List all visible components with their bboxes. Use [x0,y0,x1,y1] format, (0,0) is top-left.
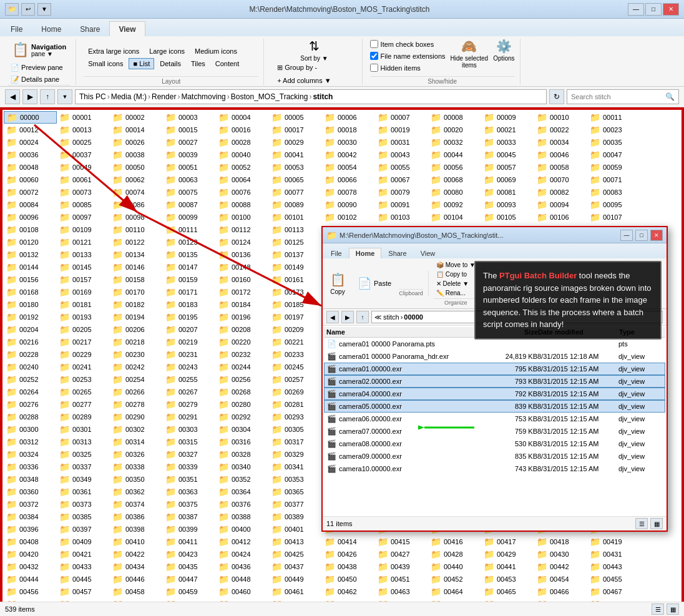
folder-item[interactable]: 📁00019 [375,124,428,136]
folder-item[interactable]: 📁00385 [57,511,110,523]
folder-item[interactable]: 📁00291 [163,411,216,423]
folder-item[interactable]: 📁00107 [587,211,640,223]
folder-item[interactable]: 📁00069 [481,174,534,186]
folder-item[interactable]: 📁00422 [110,548,163,560]
folder-item[interactable]: 📁00089 [269,198,322,211]
inner-file-row[interactable]: 🎬 camera07.00000.exr 759 KB 8/31/2015 12… [324,425,665,438]
inner-details-view-btn[interactable]: ▦ [650,518,663,529]
folder-item[interactable]: 📁00081 [481,186,534,198]
folder-item[interactable]: 📁00268 [216,386,269,398]
folder-item[interactable]: 📁00045 [481,149,534,161]
inner-file-row[interactable]: 🎬 camera02.00000.exr 793 KB 8/31/2015 12… [324,375,665,388]
qat-back-btn[interactable]: ↩ [21,3,35,16]
up-btn[interactable]: ↑ [40,89,55,104]
folder-item[interactable]: 📁00362 [110,486,163,498]
breadcrumb[interactable]: This PC › Media (M:) › Render › Matchmov… [75,89,547,104]
folder-item[interactable]: 📁00360 [4,486,57,498]
folder-item[interactable]: 📁00059 [587,161,640,174]
folder-item[interactable]: 📁00005 [269,111,322,124]
folder-item[interactable]: 📁00432 [4,560,57,573]
folder-item[interactable]: 📁00123 [163,236,216,248]
inner-minimize-btn[interactable]: — [620,230,633,241]
folder-item[interactable]: 📁00373 [57,498,110,511]
folder-item[interactable]: 📁00007 [375,111,428,124]
folder-item[interactable]: 📁00440 [428,560,481,573]
folder-item[interactable]: 📁00374 [110,498,163,511]
folder-item[interactable]: 📁00414 [322,535,375,548]
folder-item[interactable]: 📁00040 [216,149,269,161]
folder-item[interactable]: 📁00046 [534,149,587,161]
folder-item[interactable]: 📁00386 [110,511,163,523]
folder-item[interactable]: 📁00080 [428,186,481,198]
folder-item[interactable]: 📁00363 [163,486,216,498]
folder-item[interactable]: 📁00264 [4,386,57,398]
folder-item[interactable]: 📁00216 [4,336,57,348]
folder-item[interactable]: 📁00314 [110,436,163,448]
folder-item[interactable]: 📁00401 [269,523,322,535]
folder-item[interactable]: 📁00058 [534,161,587,174]
folder-item[interactable]: 📁00029 [269,136,322,149]
folder-item[interactable]: 📁00135 [163,248,216,261]
folder-item[interactable]: 📁00050 [110,161,163,174]
folder-item[interactable]: 📁00122 [110,236,163,248]
folder-item[interactable]: 📁00157 [57,273,110,286]
inner-tab-share[interactable]: Share [381,248,413,258]
folder-item[interactable]: 📁00076 [216,186,269,198]
folder-item[interactable]: 📁00221 [269,336,322,348]
folder-item[interactable]: 📁00351 [163,473,216,486]
item-check-boxes-check[interactable]: Item check boxes [370,39,446,49]
folder-item[interactable]: 📁00082 [534,186,587,198]
folder-item[interactable]: 📁00255 [163,373,216,386]
folder-item[interactable]: 📁00453 [481,573,534,585]
folder-item[interactable]: 📁00094 [534,198,587,211]
folder-item[interactable]: 📁00420 [4,548,57,560]
folder-item[interactable]: 📁00266 [110,386,163,398]
folder-item[interactable]: 📁00097 [57,211,110,223]
folder-item[interactable]: 📁00032 [428,136,481,149]
folder-item[interactable]: 📁00002 [110,111,163,124]
list-view-btn[interactable]: ☰ [652,604,664,615]
folder-item[interactable]: 📁00233 [269,348,322,361]
folder-item[interactable]: 📁00048 [4,161,57,174]
qat-dropdown-btn[interactable]: ▼ [37,3,51,16]
folder-item[interactable]: 📁00075 [163,186,216,198]
folder-item[interactable]: 📁00077 [269,186,322,198]
folder-item[interactable]: 📁00113 [269,223,322,236]
folder-item[interactable]: 📁00086 [110,198,163,211]
folder-item[interactable]: 📁00074 [110,186,163,198]
tab-view[interactable]: View [109,21,145,36]
folder-item[interactable]: 📁00039 [163,149,216,161]
small-icons-btn[interactable]: Small icons [84,58,127,69]
folder-item[interactable]: 📁00180 [4,298,57,311]
folder-item[interactable]: 📁00428 [428,548,481,560]
folder-item[interactable]: 📁00047 [587,149,640,161]
folder-item[interactable]: 📁00419 [587,535,640,548]
folder-item[interactable]: 📁00134 [110,248,163,261]
tiles-btn[interactable]: Tiles [187,58,210,69]
folder-item[interactable]: 📁00460 [216,585,269,598]
inner-paste-btn[interactable]: 📄 Paste [354,275,395,291]
folder-item[interactable]: 📁00196 [216,311,269,323]
folder-item[interactable]: 📁00441 [481,560,534,573]
folder-item[interactable]: 📁00208 [216,323,269,336]
folder-item[interactable]: 📁00021 [481,124,534,136]
close-btn[interactable]: ✕ [663,3,679,16]
sort-by-btn[interactable]: ⇅ Sort by ▼ [300,39,328,62]
folder-item[interactable]: 📁00316 [216,436,269,448]
folder-item[interactable]: 📁00361 [57,486,110,498]
folder-item[interactable]: 📁00219 [163,336,216,348]
add-columns-btn[interactable]: + Add columns ▼ [274,75,356,86]
hide-selected-btn[interactable]: 🙈 Hide selecteditems [451,39,489,69]
folder-item[interactable]: 📁00205 [57,323,110,336]
inner-file-row[interactable]: 🎬 camera09.00000.exr 835 KB 8/31/2015 12… [324,450,665,462]
inner-tab-view[interactable]: View [414,248,442,258]
inner-file-row[interactable]: 🎬 camera06.00000.exr 753 KB 8/31/2015 12… [324,413,665,425]
folder-item[interactable]: 📁00193 [57,311,110,323]
folder-item[interactable]: 📁00030 [322,136,375,149]
forward-btn[interactable]: ▶ [22,89,37,104]
folder-item[interactable]: 📁00312 [4,436,57,448]
inner-forward-btn[interactable]: ▶ [341,311,354,323]
folder-item[interactable]: 📁00026 [110,136,163,149]
folder-item[interactable]: 📁00084 [4,198,57,211]
folder-item[interactable]: 📁00423 [163,548,216,560]
